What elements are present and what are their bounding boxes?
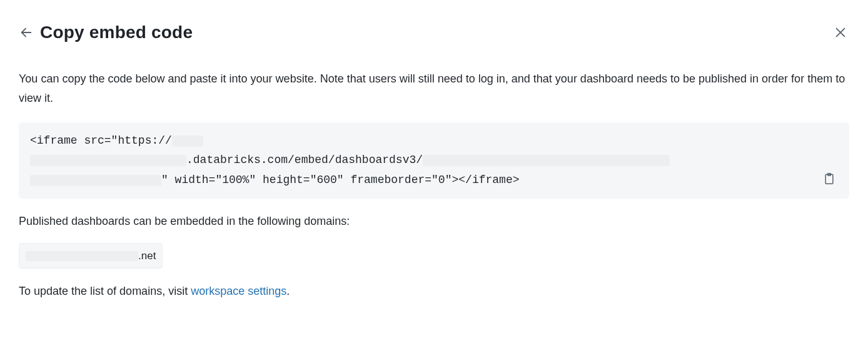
description-text: You can copy the code below and paste it… <box>19 69 849 109</box>
embed-code-block: <iframe src="https:// .databricks.com/em… <box>19 122 849 199</box>
copy-icon[interactable] <box>820 170 838 187</box>
dialog-header: Copy embed code <box>19 19 849 47</box>
domains-label: Published dashboards can be embedded in … <box>19 212 849 230</box>
workspace-settings-link[interactable]: workspace settings <box>191 285 286 297</box>
update-domains-text: To update the list of domains, visit wor… <box>19 282 849 300</box>
embed-code-text[interactable]: <iframe src="https:// .databricks.com/em… <box>30 131 813 190</box>
domain-chip: .net <box>19 243 163 269</box>
redacted-segment <box>30 155 186 166</box>
update-suffix: . <box>286 285 290 297</box>
close-icon[interactable] <box>832 24 849 41</box>
code-fragment-prefix: <iframe src="https:// <box>30 134 172 147</box>
code-fragment-mid1: .databricks.com/embed/dashboardsv3/ <box>186 154 423 166</box>
update-prefix: To update the list of domains, visit <box>19 285 191 297</box>
redacted-domain <box>26 251 138 261</box>
domain-suffix: .net <box>138 247 156 264</box>
back-arrow-icon[interactable] <box>19 25 34 40</box>
redacted-segment <box>423 155 670 166</box>
dialog-title: Copy embed code <box>40 19 193 47</box>
redacted-segment <box>30 175 161 186</box>
code-fragment-mid2: " width="100%" height="600" frameborder=… <box>161 174 520 186</box>
header-left: Copy embed code <box>19 19 193 47</box>
redacted-segment <box>172 136 203 147</box>
